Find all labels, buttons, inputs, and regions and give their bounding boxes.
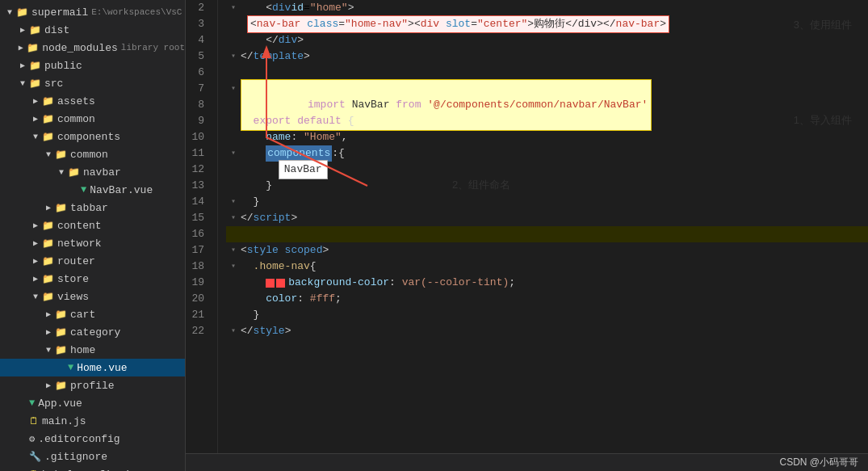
tree-item-profile[interactable]: ▶ 📁 profile (0, 376, 185, 394)
navbar-box: NavBar (279, 160, 328, 179)
arrow-public: ▶ (16, 61, 29, 70)
badge-library-root: library root (121, 43, 185, 53)
folder-icon-category: 📁 (55, 326, 67, 339)
line-num-6: 6 (186, 65, 211, 81)
arrow-network: ▶ (29, 238, 42, 248)
label-assets: assets (57, 95, 95, 107)
label-app-vue: App.vue (38, 397, 82, 410)
fold-5[interactable]: ▾ (231, 48, 236, 65)
annotation-import-component: 1、导入组件 (794, 113, 852, 128)
arrow-content: ▶ (29, 221, 42, 230)
tree-item-tabbar[interactable]: ▶ 📁 tabbar (0, 199, 185, 217)
tree-item-public[interactable]: ▶ 📁 public (0, 57, 185, 74)
tree-root-supermail[interactable]: ▼ 📁 supermail E:\workspaces\VsC (0, 3, 185, 21)
tree-item-main-js[interactable]: 🗒 main.js (0, 412, 185, 430)
tree-item-components[interactable]: ▼ 📁 components (0, 128, 185, 145)
tree-item-network[interactable]: ▶ 📁 network (0, 234, 185, 252)
folder-icon-dist: 📁 (29, 24, 41, 36)
tree-item-babel-config[interactable]: 🗒 babel.config.js (0, 465, 185, 471)
arrow-views: ▼ (29, 292, 42, 301)
tree-item-common2[interactable]: ▼ 📁 common (0, 145, 185, 163)
label-editorconfig: .editorconfig (38, 433, 120, 445)
line-num-11: 11 (186, 145, 211, 162)
fold-14[interactable]: ▾ (231, 194, 236, 210)
code-content[interactable]: ▾ <div id="home"> <nav-bar class="home-n… (218, 0, 868, 453)
tree-item-router[interactable]: ▶ 📁 router (0, 252, 185, 270)
tree-item-category[interactable]: ▶ 📁 category (0, 323, 185, 341)
code-line-5: ▾ </template> (226, 48, 868, 65)
folder-icon-src: 📁 (29, 78, 41, 90)
folder-icon-content: 📁 (42, 220, 54, 232)
arrow-cart: ▶ (42, 309, 55, 319)
folder-icon-navbar: 📁 (68, 166, 80, 179)
fold-22[interactable]: ▾ (231, 323, 236, 339)
label-home-vue: Home.vue (77, 362, 127, 374)
fold-2[interactable]: ▾ (231, 0, 236, 16)
tree-item-assets[interactable]: ▶ 📁 assets (0, 92, 185, 110)
label-cart: cart (70, 309, 95, 321)
label-common2: common (70, 149, 108, 161)
arrow-common: ▶ (29, 114, 42, 124)
line-num-13: 13 (186, 178, 211, 194)
arrow-category: ▶ (42, 327, 55, 337)
nav-bar-highlight: <nav-bar class="home-nav"><div slot="cen… (247, 15, 669, 33)
code-container: 2 3 4 5 6 7 8 9 10 11 12 13 14 15 16 17 … (186, 0, 868, 453)
tree-item-views[interactable]: ▼ 📁 views (0, 288, 185, 305)
code-line-9: export default { (226, 113, 868, 129)
tree-item-node-modules[interactable]: ▶ 📁 node_modules library root (0, 39, 185, 57)
label-content: content (57, 220, 102, 232)
label-src: src (44, 78, 63, 90)
folder-icon-home: 📁 (55, 344, 67, 356)
tree-item-dist[interactable]: ▶ 📁 dist (0, 21, 185, 39)
label-profile: profile (70, 380, 115, 392)
label-gitignore: .gitignore (44, 451, 107, 463)
file-explorer[interactable]: ▼ 📁 supermail E:\workspaces\VsC ▶ 📁 dist… (0, 0, 186, 471)
label-navbar: navbar (83, 166, 121, 179)
code-line-8: import NavBar from '@/components/common/… (226, 97, 868, 113)
label-tabbar: tabbar (70, 202, 108, 214)
folder-icon-assets: 📁 (42, 95, 54, 107)
fold-11[interactable]: ▾ (231, 145, 236, 162)
tree-item-home[interactable]: ▼ 📁 home (0, 341, 185, 359)
code-line-22: ▾ </style> (226, 323, 868, 339)
code-line-4: </div> (226, 32, 868, 48)
code-line-6 (226, 65, 868, 81)
line-num-4: 4 (186, 32, 211, 48)
code-line-3: <nav-bar class="home-nav"><div slot="cen… (226, 16, 868, 32)
tree-item-cart[interactable]: ▶ 📁 cart (0, 305, 185, 323)
arrow-home: ▼ (42, 346, 55, 355)
tree-item-content[interactable]: ▶ 📁 content (0, 217, 185, 234)
arrow-store: ▶ (29, 274, 42, 284)
label-navbar-vue: NavBar.vue (90, 184, 153, 196)
tree-item-app-vue[interactable]: ▼ App.vue (0, 394, 185, 412)
code-line-12: NavBar (226, 162, 868, 178)
status-bar: CSDN @小码哥哥 (186, 453, 868, 471)
arrow-router: ▶ (29, 256, 42, 266)
code-line-10: name: "Home", (226, 129, 868, 145)
folder-icon-components: 📁 (42, 131, 54, 143)
code-line-2: ▾ <div id="home"> (226, 0, 868, 16)
tree-item-editorconfig[interactable]: ⚙ .editorconfig (0, 430, 185, 448)
folder-icon-cart: 📁 (55, 309, 67, 321)
line-num-3: 3 (186, 16, 211, 32)
arrow-assets: ▶ (29, 96, 42, 106)
annotation-naming-component: 2、组件命名 (452, 178, 510, 192)
vue-icon-app: ▼ (29, 397, 35, 409)
tree-item-home-vue[interactable]: ▼ Home.vue (0, 359, 185, 376)
folder-icon-common: 📁 (42, 113, 54, 125)
fold-7[interactable]: ▾ (231, 81, 236, 97)
tree-item-src[interactable]: ▼ 📁 src (0, 74, 185, 92)
fold-18[interactable]: ▾ (231, 259, 236, 275)
tree-item-gitignore[interactable]: 🔧 .gitignore (0, 448, 185, 465)
line-num-15: 15 (186, 210, 211, 226)
fold-15[interactable]: ▾ (231, 210, 236, 226)
config-icon-editor: ⚙ (29, 433, 35, 445)
code-line-15: ▾ </script> (226, 210, 868, 226)
fold-17[interactable]: ▾ (231, 242, 236, 259)
tree-item-common[interactable]: ▶ 📁 common (0, 110, 185, 128)
tree-item-navbar[interactable]: ▼ 📁 navbar (0, 163, 185, 181)
color-sq-red2 (276, 279, 285, 288)
label-common: common (57, 113, 95, 125)
tree-item-store[interactable]: ▶ 📁 store (0, 270, 185, 288)
tree-item-navbar-vue[interactable]: ▼ NavBar.vue (0, 181, 185, 199)
